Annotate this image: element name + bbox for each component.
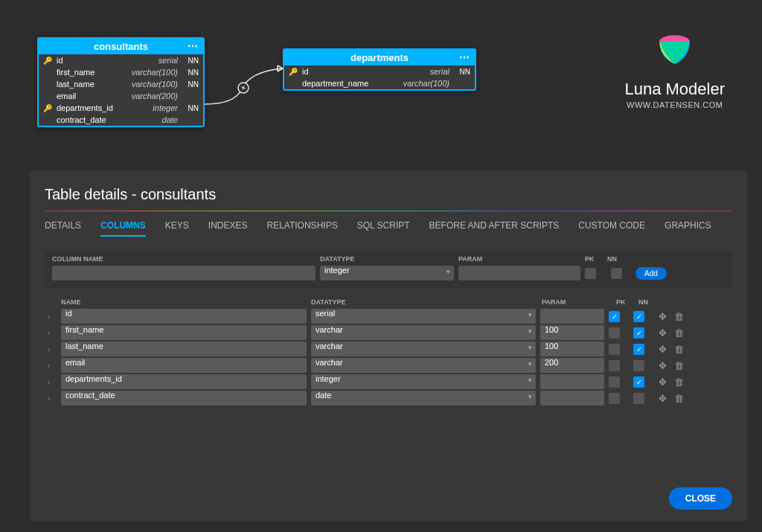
move-icon[interactable]: ✥ [656, 343, 668, 355]
brand-logo-icon [654, 31, 695, 72]
brand-url: WWW.DATENSEN.COM [624, 100, 725, 109]
column-param-input[interactable] [540, 309, 604, 324]
column-nn-checkbox[interactable]: ✓ [633, 344, 644, 355]
column-param-input[interactable] [540, 391, 604, 406]
list-header-nn: NN [638, 298, 661, 306]
column-name-input[interactable]: departments_id [61, 374, 307, 389]
expand-icon[interactable]: › [48, 329, 57, 337]
new-column-pk-checkbox[interactable] [585, 268, 596, 279]
column-type-label: varchar(200) [132, 92, 182, 100]
column-datatype-select[interactable]: varchar [311, 342, 536, 356]
column-datatype-select[interactable]: varchar [311, 325, 536, 340]
entity-column-row[interactable]: contract_datedate [39, 114, 203, 126]
delete-icon[interactable]: 🗑 [673, 310, 685, 322]
entity-header[interactable]: consultants ⋯ [39, 39, 203, 54]
column-param-input[interactable] [540, 374, 604, 389]
entity-consultants[interactable]: consultants ⋯ 🔑idserialNNfirst_namevarch… [37, 37, 205, 127]
column-name-label: last_name [57, 80, 132, 89]
column-nn-checkbox[interactable]: ✓ [633, 376, 644, 388]
entity-menu-icon[interactable]: ⋯ [459, 51, 470, 63]
entity-title: departments [350, 52, 409, 63]
entity-column-row[interactable]: last_namevarchar(100)NN [39, 78, 203, 90]
column-name-input[interactable]: first_name [61, 325, 307, 340]
expand-icon[interactable]: › [48, 313, 57, 321]
new-column-row: COLUMN NAME DATATYPE PARAM PK NN integer… [45, 251, 732, 288]
move-icon[interactable]: ✥ [656, 376, 668, 388]
column-pk-checkbox[interactable] [609, 393, 620, 404]
entity-column-row[interactable]: emailvarchar(200) [39, 90, 203, 102]
entity-column-row[interactable]: 🔑idserialNN [284, 65, 475, 77]
tab-relationships[interactable]: RELATIONSHIPS [267, 220, 338, 237]
column-pk-checkbox[interactable] [609, 344, 620, 355]
add-button[interactable]: Add [635, 267, 667, 280]
entity-column-row[interactable]: 🔑idserialNN [39, 54, 203, 66]
column-param-input[interactable]: 100 [540, 342, 604, 356]
column-pk-checkbox[interactable] [609, 376, 620, 388]
expand-icon[interactable]: › [48, 378, 57, 386]
move-icon[interactable]: ✥ [656, 359, 668, 371]
svg-point-0 [238, 83, 249, 93]
tab-columns[interactable]: COLUMNS [100, 220, 146, 237]
tab-before-and-after-scripts[interactable]: BEFORE AND AFTER SCRIPTS [429, 220, 560, 237]
brand-title: Luna Modeler [624, 80, 725, 99]
tab-keys[interactable]: KEYS [165, 220, 189, 237]
column-pk-checkbox[interactable] [609, 327, 620, 339]
column-nn-label: NN [182, 68, 199, 77]
column-row: ›first_namevarchar100✓✥🗑 [45, 325, 732, 340]
delete-icon[interactable]: 🗑 [673, 392, 685, 404]
column-pk-checkbox[interactable]: ✓ [609, 311, 620, 322]
entity-column-row[interactable]: department_namevarchar(100) [284, 77, 475, 89]
tab-details[interactable]: DETAILS [45, 220, 81, 237]
expand-icon[interactable]: › [48, 345, 57, 353]
column-name-input[interactable]: id [61, 309, 307, 324]
delete-icon[interactable]: 🗑 [673, 359, 685, 371]
close-button[interactable]: CLOSE [669, 487, 732, 510]
column-type-label: serial [159, 56, 182, 65]
delete-icon[interactable]: 🗑 [673, 343, 685, 355]
new-column-datatype-select[interactable]: integer [320, 266, 454, 281]
tab-graphics[interactable]: GRAPHICS [665, 220, 711, 237]
column-row: ›idserial✓✓✥🗑 [45, 309, 732, 324]
tab-indexes[interactable]: INDEXES [208, 220, 248, 237]
column-name-label: contract_date [57, 115, 162, 124]
entity-column-row[interactable]: 🔑departments_idintegerNN [39, 102, 203, 114]
column-type-label: serial [430, 67, 454, 76]
column-nn-checkbox[interactable]: ✓ [633, 327, 644, 339]
tab-custom-code[interactable]: CUSTOM CODE [578, 220, 645, 237]
column-nn-checkbox[interactable] [633, 393, 644, 404]
list-header-pk: PK [616, 298, 638, 306]
expand-icon[interactable]: › [48, 394, 57, 403]
column-name-input[interactable]: last_name [61, 342, 307, 356]
header-column-name: COLUMN NAME [52, 255, 320, 263]
column-name-input[interactable]: contract_date [61, 391, 307, 406]
expand-icon[interactable]: › [48, 362, 57, 370]
column-nn-checkbox[interactable] [633, 360, 644, 371]
move-icon[interactable]: ✥ [656, 327, 668, 339]
move-icon[interactable]: ✥ [656, 310, 668, 322]
column-pk-checkbox[interactable] [609, 360, 620, 371]
entity-title: consultants [94, 41, 148, 52]
entity-menu-icon[interactable]: ⋯ [188, 40, 199, 52]
new-column-nn-checkbox[interactable] [611, 268, 622, 279]
delete-icon[interactable]: 🗑 [673, 376, 685, 388]
tab-sql-script[interactable]: SQL SCRIPT [357, 220, 410, 237]
entity-departments[interactable]: departments ⋯ 🔑idserialNNdepartment_name… [283, 48, 476, 91]
column-name-label: id [57, 56, 159, 65]
entity-column-row[interactable]: first_namevarchar(100)NN [39, 66, 203, 78]
column-param-input[interactable]: 100 [540, 325, 604, 340]
svg-line-1 [278, 65, 283, 68]
column-name-input[interactable]: email [61, 358, 307, 373]
column-param-input[interactable]: 200 [540, 358, 604, 373]
column-datatype-select[interactable]: integer [311, 374, 536, 389]
column-datatype-select[interactable]: varchar [311, 358, 536, 373]
panel-title: Table details - consultants [45, 186, 732, 203]
new-column-name-input[interactable] [52, 266, 316, 281]
column-nn-checkbox[interactable]: ✓ [633, 311, 644, 322]
new-column-param-input[interactable] [458, 266, 580, 281]
column-type-label: varchar(100) [132, 68, 182, 77]
delete-icon[interactable]: 🗑 [673, 327, 685, 339]
entity-header[interactable]: departments ⋯ [284, 50, 475, 65]
column-datatype-select[interactable]: date [311, 391, 536, 406]
column-datatype-select[interactable]: serial [311, 309, 536, 324]
move-icon[interactable]: ✥ [656, 392, 668, 404]
